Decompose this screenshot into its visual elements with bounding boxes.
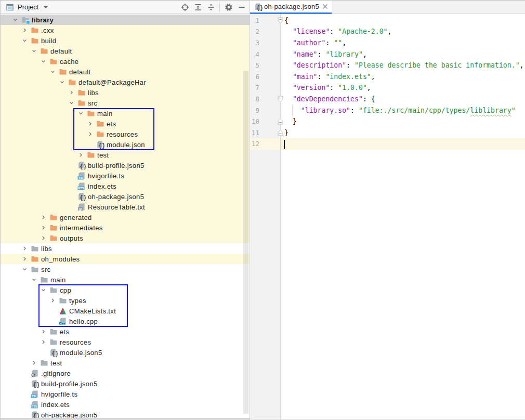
tree-row-hello-cpp[interactable]: C++hello.cpp <box>1 316 250 326</box>
tree-label: main <box>97 110 113 117</box>
hide-panel-icon[interactable] <box>235 2 248 13</box>
chevron-open-icon[interactable] <box>41 56 46 67</box>
tree-row--cxx[interactable]: .cxx <box>1 25 250 35</box>
project-panel: Project <box>1 1 250 420</box>
chevron-open-icon[interactable] <box>50 67 55 77</box>
tree-row-build-profile-json5[interactable]: {}build-profile.json5 <box>1 160 250 170</box>
tree-row-default[interactable]: default <box>1 67 250 77</box>
collapse-all-icon[interactable] <box>204 2 217 13</box>
tree-row-oh-package-json5[interactable]: {}oh-package.json5 <box>1 410 250 418</box>
tab-close-icon[interactable] <box>322 4 328 9</box>
tree-row-cmakelists-txt[interactable]: CMakeLists.txt <box>1 306 250 316</box>
line-number: 9 <box>250 105 259 116</box>
tree-row-resources[interactable]: resources <box>1 337 250 347</box>
chevron-closed-icon[interactable] <box>69 87 74 98</box>
chevron-open-icon[interactable] <box>41 285 46 295</box>
tree-row-test[interactable]: test <box>1 150 250 160</box>
tree-row-test[interactable]: test <box>1 358 250 368</box>
chevron-open-icon[interactable] <box>22 264 27 274</box>
tree-row-ets[interactable]: ets <box>1 326 250 337</box>
chevron-closed-icon[interactable] <box>41 212 46 222</box>
tree-row-outputs[interactable]: outputs <box>1 233 250 243</box>
tree-label: cpp <box>60 286 71 294</box>
chevron-closed-icon[interactable] <box>41 222 46 233</box>
folder-orange-icon <box>77 99 86 107</box>
code-editor[interactable]: { "license": "Apache-2.0", "author": "",… <box>250 14 525 420</box>
json-icon: {} <box>31 411 39 418</box>
chevron-closed-icon[interactable] <box>22 254 27 264</box>
tree-row-cpp[interactable]: cpp <box>1 285 250 295</box>
chevron-closed-icon[interactable] <box>22 25 27 35</box>
tree-row-libs[interactable]: libs <box>1 87 250 98</box>
editor-tabbar: {} oh-package.json5 <box>250 1 525 14</box>
chevron-none <box>50 316 55 326</box>
tree-row-default-packagehar[interactable]: default@PackageHar <box>1 77 250 87</box>
tree-row-oh-modules[interactable]: oh_modules <box>1 254 250 264</box>
locate-icon[interactable] <box>178 2 191 13</box>
tree-row--gitignore[interactable]: .gitignore <box>1 368 250 378</box>
code-line-6: "main": "index.ets", <box>284 71 375 83</box>
chevron-open-icon[interactable] <box>78 108 83 119</box>
line-number: 10 <box>250 116 259 127</box>
chevron-closed-icon[interactable] <box>88 119 93 129</box>
tree-row-build-profile-json5[interactable]: {}build-profile.json5 <box>1 378 250 389</box>
chevron-open-icon[interactable] <box>69 98 74 108</box>
chevron-open-icon[interactable] <box>13 15 18 25</box>
chevron-closed-icon[interactable] <box>78 150 83 160</box>
fold-marker-down-icon[interactable] <box>278 94 283 105</box>
tree-row-hvigorfile-ts[interactable]: TShvigorfile.ts <box>1 170 250 181</box>
expand-all-icon[interactable] <box>191 2 204 13</box>
gitignore-icon <box>31 369 39 377</box>
line-number: 7 <box>250 82 259 94</box>
tree-row-main[interactable]: main <box>1 274 250 285</box>
dropdown-arrow-icon[interactable] <box>43 5 48 10</box>
tree-row-oh-package-json5[interactable]: {}oh-package.json5 <box>1 191 250 202</box>
fold-marker-up-icon[interactable] <box>278 127 283 139</box>
chevron-closed-icon[interactable] <box>22 243 27 254</box>
chevron-closed-icon[interactable] <box>41 233 46 243</box>
tree-row-types[interactable]: types <box>1 295 250 306</box>
chevron-closed-icon[interactable] <box>88 129 93 139</box>
settings-gear-icon[interactable] <box>222 2 235 13</box>
tree-row-index-ets[interactable]: ETSindex.ets <box>1 181 250 191</box>
folder-gray-icon <box>49 327 58 336</box>
tree-label: .gitignore <box>41 370 71 377</box>
chevron-closed-icon[interactable] <box>41 337 46 347</box>
tree-scrollbar-thumb[interactable] <box>243 71 248 414</box>
chevron-closed-icon[interactable] <box>41 326 46 337</box>
tree-row-libs[interactable]: libs <box>1 243 250 254</box>
tree-row-index-ets[interactable]: ETSindex.ets <box>1 399 250 410</box>
chevron-closed-icon[interactable] <box>32 358 36 368</box>
tree-row-main[interactable]: main <box>1 108 250 119</box>
chevron-closed-icon[interactable] <box>50 295 55 306</box>
tree-row-src[interactable]: src <box>1 98 250 108</box>
fold-marker-up-icon[interactable] <box>278 116 283 127</box>
folder-orange-icon <box>49 224 58 232</box>
editor-tab-oh-package[interactable]: {} oh-package.json5 <box>250 1 332 14</box>
panel-title[interactable]: Project <box>18 3 38 11</box>
tree-row-src[interactable]: src <box>1 264 250 274</box>
tree-label: src <box>88 99 97 107</box>
tree-row-resources[interactable]: resources <box>1 129 250 139</box>
tree-horizontal-scrollbar[interactable] <box>1 418 250 420</box>
tree-row-intermediates[interactable]: intermediates <box>1 222 250 233</box>
tree-label: oh-package.json5 <box>41 411 97 418</box>
tree-row-generated[interactable]: generated <box>1 212 250 222</box>
tree-row-module-json5[interactable]: {}module.json5 <box>1 347 250 358</box>
tree-row-module-json[interactable]: {}module.json <box>1 139 250 150</box>
tree-row-default[interactable]: default <box>1 46 250 56</box>
svg-text:TS: TS <box>32 394 36 398</box>
chevron-open-icon[interactable] <box>22 35 27 46</box>
tree-row-hvigorfile-ts[interactable]: TShvigorfile.ts <box>1 389 250 399</box>
fold-marker-down-icon[interactable] <box>278 15 283 27</box>
tree-row-cache[interactable]: cache <box>1 56 250 67</box>
tree-row-library[interactable]: library <box>1 15 250 25</box>
tree-row-resourcetable-txt[interactable]: ResourceTable.txt <box>1 202 250 212</box>
chevron-open-icon[interactable] <box>32 274 36 285</box>
project-tool-window-icon[interactable] <box>6 3 14 11</box>
tree-row-build[interactable]: build <box>1 35 250 46</box>
chevron-open-icon[interactable] <box>60 77 64 87</box>
chevron-open-icon[interactable] <box>32 46 36 56</box>
chevron-none <box>22 389 27 399</box>
tree-row-ets[interactable]: ets <box>1 119 250 129</box>
